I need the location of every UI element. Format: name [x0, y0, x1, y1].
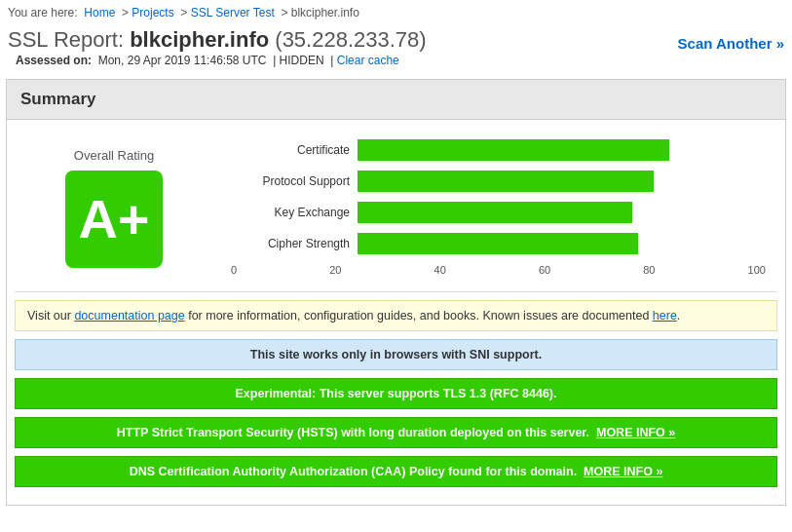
- chart-axis-labels: 020406080100: [231, 264, 766, 276]
- scan-another-link[interactable]: Scan Another »: [678, 35, 784, 52]
- documentation-link[interactable]: documentation page: [74, 309, 184, 323]
- chart-bar-container: [358, 171, 766, 192]
- chart-bar-label: Certificate: [231, 143, 358, 157]
- grade-box: A+: [65, 171, 163, 268]
- chart-bar-fill: [358, 171, 654, 192]
- hsts-more-info-link[interactable]: MORE INFO »: [596, 426, 675, 439]
- chart-bar-fill: [358, 233, 638, 254]
- breadcrumb-current: blkcipher.info: [291, 6, 359, 19]
- chart-bar-label: Key Exchange: [231, 206, 358, 219]
- page-title: SSL Report: blkcipher.info (35.228.233.7…: [8, 27, 427, 53]
- chart-row: Certificate: [231, 139, 766, 161]
- breadcrumb-ssl-server-test[interactable]: SSL Server Test: [191, 6, 275, 19]
- chart-bar-label: Cipher Strength: [231, 237, 358, 250]
- main-box: Summary Overall Rating A+ CertificatePro…: [6, 79, 786, 506]
- summary-content: Overall Rating A+ CertificateProtocol Su…: [7, 130, 785, 285]
- info-box-hsts: HTTP Strict Transport Security (HSTS) wi…: [15, 417, 777, 448]
- chart-row: Protocol Support: [231, 171, 766, 192]
- chart-bar-container: [358, 139, 766, 161]
- info-box-docs: Visit our documentation page for more in…: [15, 300, 777, 331]
- known-issues-link[interactable]: here: [653, 309, 677, 323]
- breadcrumb-prefix: You are here:: [8, 6, 78, 19]
- chart-row: Key Exchange: [231, 202, 766, 223]
- info-box-sni: This site works only in browsers with SN…: [15, 339, 777, 370]
- overall-rating-label: Overall Rating: [74, 148, 154, 163]
- breadcrumb-home[interactable]: Home: [84, 6, 115, 19]
- rating-section: Overall Rating A+: [26, 148, 202, 268]
- clear-cache-link[interactable]: Clear cache: [337, 54, 399, 67]
- breadcrumb: You are here: Home > Projects > SSL Serv…: [0, 0, 792, 25]
- assessed-on: Assessed on: Mon, 29 Apr 2019 11:46:58 U…: [8, 53, 427, 73]
- chart-bar-label: Protocol Support: [231, 174, 358, 188]
- breadcrumb-projects[interactable]: Projects: [132, 6, 173, 19]
- summary-heading: Summary: [7, 80, 785, 120]
- chart-bar-container: [358, 233, 766, 254]
- chart-bar-fill: [358, 202, 632, 223]
- chart-section: CertificateProtocol SupportKey ExchangeC…: [202, 139, 766, 276]
- info-box-caa: DNS Certification Authority Authorizatio…: [15, 456, 777, 487]
- caa-more-info-link[interactable]: MORE INFO »: [584, 465, 662, 478]
- info-box-tls13: Experimental: This server supports TLS 1…: [15, 378, 777, 409]
- chart-row: Cipher Strength: [231, 233, 766, 254]
- chart-bar-container: [358, 202, 766, 223]
- chart-bar-fill: [358, 139, 669, 161]
